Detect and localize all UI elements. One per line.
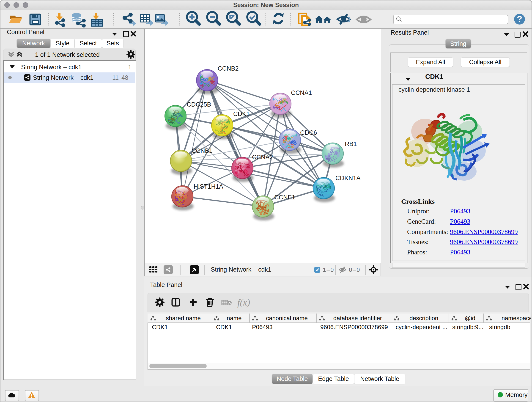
- svg-text:CCNA2: CCNA2: [252, 154, 273, 161]
- svg-text:CCNB2: CCNB2: [218, 65, 239, 72]
- svg-text:CCNE1: CCNE1: [274, 194, 295, 201]
- svg-text:CDC25B: CDC25B: [187, 101, 211, 108]
- svg-text:CCNB1: CCNB1: [191, 147, 213, 154]
- svg-text:RB1: RB1: [345, 140, 357, 147]
- svg-text:CCNA1: CCNA1: [291, 89, 312, 96]
- svg-text:CDC6: CDC6: [300, 129, 317, 136]
- svg-text:CDKN1A: CDKN1A: [336, 175, 361, 182]
- svg-text:HIST1H1A: HIST1H1A: [194, 183, 223, 190]
- svg-text:CDK1: CDK1: [233, 110, 250, 117]
